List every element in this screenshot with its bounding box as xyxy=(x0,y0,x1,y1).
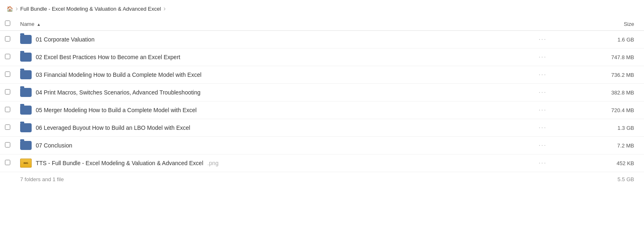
table-row: 01 Corporate Valuation···1.6 GB xyxy=(0,31,644,48)
folder-icon xyxy=(20,70,32,79)
name-column-header[interactable]: Name ▲ xyxy=(15,17,527,31)
actions-cell[interactable]: ··· xyxy=(527,84,552,101)
name-cell[interactable]: 01 Corporate Valuation xyxy=(15,31,527,48)
size-cell: 7.2 MB xyxy=(552,137,644,154)
more-options-button[interactable]: ··· xyxy=(539,71,547,78)
select-all-checkbox[interactable] xyxy=(5,21,10,26)
footer-total-size: 5.5 GB xyxy=(552,172,644,187)
image-file-icon: IMG xyxy=(20,159,32,168)
name-cell[interactable]: 07 Conclusion xyxy=(15,137,527,154)
folder-icon xyxy=(20,123,32,132)
row-checkbox[interactable] xyxy=(5,160,10,165)
row-checkbox-cell[interactable] xyxy=(0,84,15,101)
file-name-text: 01 Corporate Valuation xyxy=(36,36,95,43)
file-name-text: 02 Excel Best Practices How to Become an… xyxy=(36,54,180,60)
table-row: 03 Financial Modeling How to Build a Com… xyxy=(0,66,644,84)
folder-icon xyxy=(20,35,32,44)
name-cell[interactable]: 05 Merger Modeling How to Build a Comple… xyxy=(15,101,527,119)
row-checkbox-cell[interactable] xyxy=(0,31,15,48)
actions-cell[interactable]: ··· xyxy=(527,101,552,119)
actions-cell[interactable]: ··· xyxy=(527,119,552,137)
file-name-text: 03 Financial Modeling How to Build a Com… xyxy=(36,71,201,78)
actions-cell[interactable]: ··· xyxy=(527,31,552,48)
row-checkbox[interactable] xyxy=(5,54,10,59)
footer-row: 7 folders and 1 file 5.5 GB xyxy=(0,172,644,187)
more-options-button[interactable]: ··· xyxy=(539,36,547,43)
table-row: 04 Print Macros, Switches Scenarios, Adv… xyxy=(0,84,644,101)
file-table: Name ▲ Size 01 Corporate Valuation···1.6… xyxy=(0,17,644,187)
table-row: 05 Merger Modeling How to Build a Comple… xyxy=(0,101,644,119)
table-row: 02 Excel Best Practices How to Become an… xyxy=(0,48,644,66)
row-checkbox-cell[interactable] xyxy=(0,48,15,66)
breadcrumb-title: Full Bundle - Excel Modeling & Valuation… xyxy=(20,6,161,12)
sort-indicator: ▲ xyxy=(37,22,41,27)
select-all-checkbox-cell[interactable] xyxy=(0,17,15,31)
table-row: IMGTTS - Full Bundle - Excel Modeling & … xyxy=(0,154,644,172)
file-name-text: 05 Merger Modeling How to Build a Comple… xyxy=(36,107,196,113)
size-cell: 736.2 MB xyxy=(552,66,644,84)
row-checkbox[interactable] xyxy=(5,36,10,41)
actions-cell[interactable]: ··· xyxy=(527,154,552,172)
folder-icon xyxy=(20,141,32,150)
name-cell[interactable]: 03 Financial Modeling How to Build a Com… xyxy=(15,66,527,84)
name-cell[interactable]: 06 Leveraged Buyout How to Build an LBO … xyxy=(15,119,527,137)
row-checkbox[interactable] xyxy=(5,89,10,94)
file-name-text: 06 Leveraged Buyout How to Build an LBO … xyxy=(36,124,190,131)
row-checkbox-cell[interactable] xyxy=(0,66,15,84)
actions-cell[interactable]: ··· xyxy=(527,137,552,154)
footer-checkbox-cell xyxy=(0,172,15,187)
table-row: 06 Leveraged Buyout How to Build an LBO … xyxy=(0,119,644,137)
name-cell[interactable]: 02 Excel Best Practices How to Become an… xyxy=(15,48,527,66)
row-checkbox[interactable] xyxy=(5,124,10,130)
more-options-button[interactable]: ··· xyxy=(539,53,547,60)
actions-column-header xyxy=(527,17,552,31)
size-cell: 1.3 GB xyxy=(552,119,644,137)
more-options-button[interactable]: ··· xyxy=(539,142,547,149)
file-name-text: 04 Print Macros, Switches Scenarios, Adv… xyxy=(36,89,201,96)
size-column-header: Size xyxy=(552,17,644,31)
row-checkbox-cell[interactable] xyxy=(0,119,15,137)
more-options-button[interactable]: ··· xyxy=(539,159,547,166)
name-cell[interactable]: IMGTTS - Full Bundle - Excel Modeling & … xyxy=(15,154,527,172)
row-checkbox-cell[interactable] xyxy=(0,137,15,154)
folder-icon xyxy=(20,106,32,115)
more-options-button[interactable]: ··· xyxy=(539,89,547,96)
actions-cell[interactable]: ··· xyxy=(527,66,552,84)
more-options-button[interactable]: ··· xyxy=(539,106,547,113)
home-icon[interactable]: 🏠 xyxy=(7,6,13,12)
breadcrumb-separator-2: › xyxy=(164,5,166,12)
row-checkbox[interactable] xyxy=(5,71,10,77)
actions-cell[interactable]: ··· xyxy=(527,48,552,66)
size-cell: 452 KB xyxy=(552,154,644,172)
row-checkbox[interactable] xyxy=(5,142,10,147)
size-cell: 747.8 MB xyxy=(552,48,644,66)
file-name-text: 07 Conclusion xyxy=(36,142,72,149)
file-ext-text: .png xyxy=(208,160,219,166)
more-options-button[interactable]: ··· xyxy=(539,124,547,131)
breadcrumb: 🏠 › Full Bundle - Excel Modeling & Valua… xyxy=(0,0,644,17)
table-header-row: Name ▲ Size xyxy=(0,17,644,31)
breadcrumb-separator: › xyxy=(16,5,18,12)
name-cell[interactable]: 04 Print Macros, Switches Scenarios, Adv… xyxy=(15,84,527,101)
row-checkbox[interactable] xyxy=(5,107,10,112)
row-checkbox-cell[interactable] xyxy=(0,101,15,119)
table-row: 07 Conclusion···7.2 MB xyxy=(0,137,644,154)
folder-icon xyxy=(20,53,32,62)
size-cell: 720.4 MB xyxy=(552,101,644,119)
file-name-text: TTS - Full Bundle - Excel Modeling & Val… xyxy=(36,160,203,166)
row-checkbox-cell[interactable] xyxy=(0,154,15,172)
folder-icon xyxy=(20,88,32,97)
size-cell: 382.8 MB xyxy=(552,84,644,101)
footer-summary: 7 folders and 1 file xyxy=(15,172,527,187)
footer-actions-cell xyxy=(527,172,552,187)
size-cell: 1.6 GB xyxy=(552,31,644,48)
